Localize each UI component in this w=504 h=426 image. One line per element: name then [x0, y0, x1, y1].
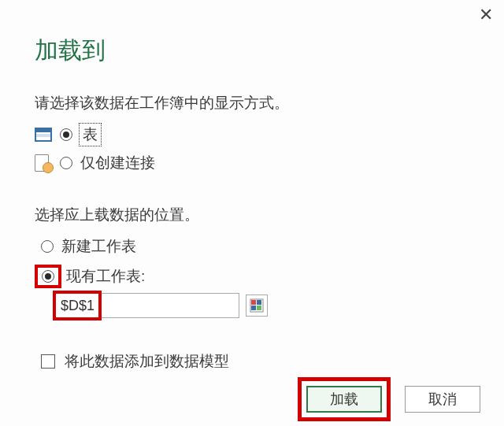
radio-connection-only[interactable] [60, 157, 72, 169]
cell-reference-value: $D$1 [61, 298, 94, 314]
radio-new-sheet[interactable] [41, 240, 54, 253]
dialog-buttons: 加载 取消 [298, 377, 480, 421]
range-picker-icon [250, 298, 264, 313]
radio-connection-only-label: 仅创建连接 [80, 153, 155, 173]
option-row-new-sheet: 新建工作表 [41, 236, 136, 257]
table-icon [35, 128, 52, 142]
location-input-row: $D$1 [55, 293, 268, 318]
radio-table[interactable] [60, 128, 72, 141]
svg-rect-1 [251, 300, 256, 305]
connection-icon [35, 154, 52, 172]
annotation-highlight: 加载 [298, 377, 391, 421]
load-button[interactable]: 加载 [306, 386, 382, 413]
svg-rect-4 [257, 306, 261, 310]
option-row-existing-sheet: 现有工作表: [35, 265, 145, 288]
radio-existing-sheet-label: 现有工作表: [66, 266, 145, 287]
radio-new-sheet-label: 新建工作表 [61, 236, 136, 257]
data-model-row: 将此数据添加到数据模型 [41, 351, 229, 372]
cell-reference-input[interactable]: $D$1 [55, 293, 239, 318]
annotation-highlight [35, 265, 61, 288]
radio-existing-sheet[interactable] [42, 270, 54, 283]
range-picker-button[interactable] [246, 294, 268, 317]
svg-rect-3 [251, 306, 256, 310]
dialog-title: 加载到 [35, 35, 106, 67]
option-row-connection: 仅创建连接 [35, 153, 155, 173]
svg-rect-2 [257, 300, 261, 305]
checkbox-data-model-label: 将此数据添加到数据模型 [65, 351, 229, 372]
radio-table-label: 表 [80, 124, 100, 145]
cancel-button[interactable]: 取消 [405, 386, 480, 413]
location-prompt: 选择应上载数据的位置。 [35, 205, 199, 225]
close-button[interactable]: ✕ [479, 6, 493, 24]
option-row-table: 表 [35, 124, 100, 145]
checkbox-data-model[interactable] [41, 354, 55, 369]
display-prompt: 请选择该数据在工作簿中的显示方式。 [35, 93, 289, 113]
